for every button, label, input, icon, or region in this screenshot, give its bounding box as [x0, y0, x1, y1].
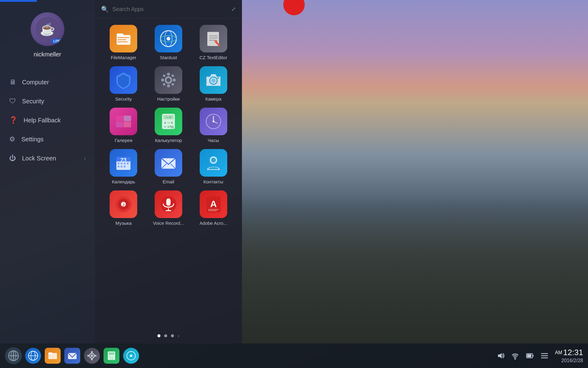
app-icon-voicerecorder [155, 190, 182, 218]
taskbar-browser[interactable] [24, 347, 42, 364]
time-date: 2016/2/28 [555, 358, 583, 363]
page-dot-2[interactable] [164, 334, 167, 337]
svg-rect-4 [118, 41, 128, 42]
expand-icon[interactable]: ⤢ [231, 6, 236, 13]
app-item-contacts[interactable]: Контакты [194, 149, 233, 184]
svg-rect-29 [124, 116, 131, 121]
contacts-svg [205, 154, 222, 172]
battery-icon [526, 351, 534, 360]
svg-rect-55 [118, 166, 119, 167]
taskbar-camera[interactable] [123, 347, 140, 364]
svg-text:A: A [210, 199, 217, 209]
svg-point-17 [167, 84, 170, 87]
filemanager-taskbar-icon [45, 348, 61, 364]
launcher-icon [5, 347, 22, 364]
app-icon-clock [200, 108, 227, 135]
app-item-clock[interactable]: Часы [194, 108, 233, 143]
app-label-camera: Камера [205, 96, 221, 102]
svg-point-18 [161, 79, 164, 82]
calculator-tb-svg: + − × = [106, 351, 117, 361]
taskbar-calculator[interactable]: + − × = [103, 347, 120, 364]
computer-icon: 🖥 [9, 78, 16, 86]
sidebar-item-help[interactable]: ❓ Help Fallback [0, 111, 95, 129]
taskbar-email[interactable] [64, 347, 81, 364]
sidebar-item-security-label: Security [22, 98, 44, 105]
taskbar-settings[interactable] [83, 347, 100, 364]
app-label-contacts: Контакты [203, 179, 223, 184]
app-item-security[interactable]: Security [104, 66, 143, 102]
svg-point-8 [167, 37, 170, 40]
app-item-stardust[interactable]: Stardust [149, 25, 188, 60]
coffee-icon: ☕ [40, 22, 55, 36]
svg-point-46 [213, 121, 214, 122]
svg-rect-83 [48, 352, 52, 354]
sidebar-item-lockscreen-label: Lock Screen [22, 155, 56, 162]
app-drawer: 🔍 ⤢ FileManager [95, 0, 242, 343]
clock-svg [205, 113, 222, 130]
menu-button[interactable] [540, 351, 549, 360]
app-label-security: Security [115, 96, 132, 102]
settings-svg [160, 71, 177, 89]
volume-icon [496, 351, 505, 360]
svg-point-19 [173, 79, 176, 82]
page-dot-3[interactable] [171, 334, 174, 337]
help-icon: ❓ [9, 116, 17, 124]
app-item-calculator[interactable]: − × + − × ÷ = % Калькулятор [149, 108, 188, 143]
camera-tb-svg [126, 351, 136, 361]
app-item-gallery[interactable]: Галерея [104, 108, 143, 143]
app-item-music[interactable]: ♪ Музыка [104, 190, 143, 226]
app-icon-filemanager [110, 25, 137, 52]
svg-point-26 [217, 77, 219, 79]
app-item-calendar[interactable]: 23 Календарь [104, 149, 143, 184]
svg-point-62 [211, 158, 216, 163]
browser-taskbar-icon [25, 348, 41, 364]
battery-button[interactable] [526, 351, 534, 360]
app-item-cztexteditor[interactable]: CZ TextEditor [194, 25, 233, 60]
app-icon-music: ♪ [110, 190, 137, 218]
svg-point-15 [166, 78, 171, 82]
power-icon: ⏻ [9, 154, 16, 162]
app-icon-email [155, 149, 182, 177]
app-item-adobeacrobat[interactable]: A Adobe Acro... [194, 190, 233, 226]
sidebar-item-computer-label: Computer [22, 79, 49, 86]
page-next-arrow[interactable]: › [178, 333, 179, 339]
svg-rect-28 [116, 116, 123, 121]
svg-rect-57 [124, 166, 126, 167]
svg-text:− ×: − × [166, 115, 171, 120]
calculator-taskbar-icon: + − × = [104, 348, 119, 364]
svg-point-88 [91, 358, 93, 360]
launcher-button[interactable] [5, 347, 22, 364]
app-label-gallery: Галерея [115, 138, 133, 143]
sidebar-item-security[interactable]: 🛡 Security [0, 92, 95, 110]
page-dot-1[interactable] [157, 334, 160, 337]
sidebar-item-settings[interactable]: ⚙ Settings [0, 130, 95, 148]
sidebar-item-computer[interactable]: 🖥 Computer [0, 73, 95, 91]
security-svg [115, 71, 132, 89]
wifi-button[interactable] [511, 351, 519, 360]
stardust-svg [159, 29, 178, 48]
app-item-filemanager[interactable]: FileManager [104, 25, 143, 60]
taskbar-filemanager[interactable] [44, 347, 61, 364]
sidebar-item-lockscreen[interactable]: ⏻ Lock Screen › [0, 149, 95, 167]
search-bar: 🔍 ⤢ [95, 0, 242, 19]
app-item-nastrojki[interactable]: Настройки [149, 66, 188, 102]
search-input[interactable] [112, 6, 228, 13]
adobeacrobat-svg: A [205, 195, 222, 213]
avatar: ☕ LITE [31, 12, 64, 46]
launcher-svg [8, 350, 19, 361]
chevron-right-icon: › [84, 155, 86, 162]
sidebar-nav: 🖥 Computer 🛡 Security ❓ Help Fallback ⚙ … [0, 67, 95, 343]
svg-text:=: = [167, 125, 170, 129]
lite-badge: LITE [51, 39, 62, 44]
svg-rect-2 [118, 37, 129, 38]
app-item-camera[interactable]: Камера [194, 66, 233, 102]
app-icon-calendar: 23 [110, 149, 137, 177]
calculator-svg: − × + − × ÷ = % [160, 113, 177, 130]
volume-button[interactable] [496, 351, 505, 360]
svg-rect-30 [116, 122, 123, 127]
app-item-email[interactable]: Email [149, 149, 188, 184]
app-item-voicerecorder[interactable]: Voice Record... [149, 190, 188, 226]
time-ampm: AM [555, 350, 562, 355]
taskbar-right: AM12:31 2016/2/28 [496, 348, 583, 363]
email-svg [160, 154, 177, 172]
